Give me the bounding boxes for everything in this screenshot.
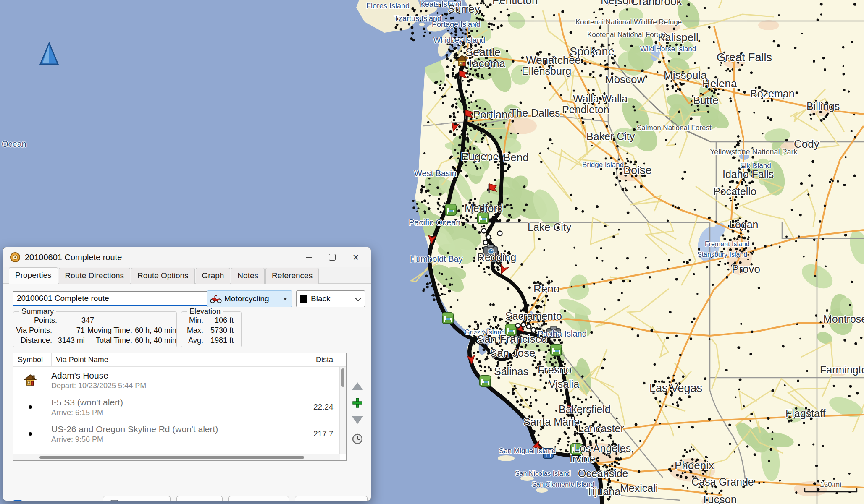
list-header[interactable]: Symbol Via Point Name Dista: [13, 353, 346, 367]
map-label: Kootenai National Wildlife Refuge: [575, 18, 682, 26]
map-label: Ocean: [2, 139, 26, 149]
map-label: Logan: [729, 219, 759, 230]
map-label: Portage Island: [432, 20, 481, 29]
via-point-name: I-5 S3 (won't alert): [51, 397, 313, 407]
center-map-option[interactable]: ✓ Center Map: [13, 499, 81, 501]
map-label: Sacramento: [505, 310, 562, 322]
column-distance[interactable]: Dista: [313, 355, 346, 364]
elev-min-label: Min:: [181, 315, 203, 325]
lodging-waypoint-icon[interactable]: [478, 213, 488, 224]
color-swatch: [300, 295, 307, 303]
map-label: Salinas: [494, 366, 528, 377]
chevron-down-icon: [355, 295, 362, 301]
color-combobox[interactable]: Black: [296, 290, 365, 307]
via-point-circle: [527, 324, 531, 329]
tab-notes[interactable]: Notes: [231, 268, 265, 284]
map-label: Boise: [623, 164, 652, 177]
via-point-row[interactable]: Adam's HouseDepart: 10/23/2025 5:44 PM: [13, 367, 346, 394]
map-label: Reno: [533, 282, 559, 295]
distance-label: Distance:: [13, 335, 52, 345]
map-label: Pendleton: [562, 104, 609, 115]
total-time-label: Total Time:: [85, 335, 132, 345]
via-point-circle: [531, 328, 536, 332]
map-label: Pacific Ocean: [409, 218, 460, 227]
minimize-button[interactable]: [297, 249, 320, 266]
map-label: Bend: [503, 151, 529, 164]
map-label: Eugene: [461, 150, 499, 163]
motorcycle-icon: [210, 294, 222, 303]
column-symbol[interactable]: Symbol: [13, 353, 52, 366]
map-label: Bozeman: [750, 88, 795, 99]
map-label: Cranbrook: [631, 0, 682, 8]
tab-graph[interactable]: Graph: [196, 268, 231, 284]
map-label: Lancaster: [578, 423, 624, 434]
scale-label: 150 mi: [820, 480, 841, 488]
map-label: Walla Walla: [573, 93, 628, 104]
tab-route-directions[interactable]: Route Directions: [59, 268, 130, 284]
map-label: Lake City: [528, 221, 572, 233]
map-label: Farmington: [820, 364, 864, 376]
summary-groupbox: Summary Points: 347 Via Points: 71 Movin…: [13, 311, 177, 347]
map-label: Butte: [693, 94, 719, 107]
via-point-circle: [521, 323, 526, 327]
dot-icon: [13, 405, 47, 409]
map-label: Tacoma: [467, 57, 506, 70]
route-properties-dialog: 20100601 Complete route ✕ PropertiesRout…: [3, 247, 371, 501]
map-label: San Miguel Island: [499, 447, 556, 455]
map-label: Santa Maria: [523, 416, 580, 428]
via-point-row[interactable]: US-26 and Oregon Skyline Rd (won't alert…: [13, 420, 346, 447]
map-label: San Nicolas Island: [515, 470, 571, 477]
map-label: Las Vegas: [649, 382, 702, 394]
activity-combobox[interactable]: Motorcycling: [207, 290, 292, 307]
map-label: Humboldt Bay: [410, 254, 463, 264]
map-label: Mexicali: [620, 482, 658, 494]
map-label: Flagstaff: [785, 407, 825, 419]
via-point-time: Arrive: 6:15 PM: [51, 408, 313, 417]
column-via-point-name[interactable]: Via Point Name: [52, 353, 313, 366]
lodging-waypoint-icon[interactable]: [442, 313, 453, 324]
list-body[interactable]: Adam's HouseDepart: 10/23/2025 5:44 PMI-…: [13, 367, 346, 461]
dialog-titlebar[interactable]: 20100601 Complete route ✕: [3, 247, 371, 267]
vertical-scrollbar[interactable]: [339, 367, 346, 454]
elev-max-value: 5730 ft: [203, 325, 234, 335]
via-point-row[interactable]: I-5 S3 (won't alert)Arrive: 6:15 PM22.24: [13, 394, 346, 420]
elevation-title: Elevation: [187, 307, 223, 316]
close-button[interactable]: ✕: [344, 249, 368, 266]
map-label: Moscow: [605, 73, 645, 86]
total-time-value: 60 h, 40 min: [132, 335, 176, 345]
app-window: Flores IslandTzartus IslandKeats IslandS…: [0, 0, 864, 504]
tab-references[interactable]: References: [265, 268, 319, 284]
map-label: Wild Horse Island: [640, 45, 696, 53]
color-value: Black: [311, 294, 330, 303]
move-up-button[interactable]: [349, 379, 366, 394]
create-track-button[interactable]: Create Track: [295, 496, 368, 501]
lodging-waypoint-icon[interactable]: [551, 345, 562, 355]
time-button[interactable]: [349, 431, 366, 447]
map-label: Great Falls: [717, 51, 772, 64]
maximize-button[interactable]: [320, 249, 344, 266]
move-down-button[interactable]: [349, 412, 366, 427]
map-label: Kootenai National Forest: [587, 31, 666, 39]
recalculate-button[interactable]: Recalculate: [103, 496, 171, 501]
center-map-checkbox[interactable]: ✓: [13, 500, 22, 501]
tab-route-options[interactable]: Route Options: [131, 268, 194, 284]
tab-properties[interactable]: Properties: [9, 267, 58, 284]
map-label: Stansbury Island: [697, 251, 747, 258]
map-label: The Dalles: [510, 107, 560, 119]
map-label: Flores Island: [366, 2, 410, 10]
via-points-label: Via Points:: [13, 325, 52, 335]
insert-point-button[interactable]: [349, 395, 366, 410]
horizontal-scrollbar[interactable]: [13, 454, 340, 460]
optimize-button[interactable]: Optimize: [176, 496, 223, 501]
route-name-input[interactable]: [13, 291, 210, 306]
map-label: Baker City: [586, 131, 635, 142]
map-label: San Francisco: [477, 333, 547, 345]
calc-icon: [110, 500, 118, 501]
via-point-list[interactable]: Symbol Via Point Name Dista Adam's House…: [13, 353, 347, 461]
lodging-waypoint-icon[interactable]: [445, 204, 456, 215]
elev-avg-value: 1981 ft: [203, 335, 234, 345]
map-label: San Clemente Island: [532, 481, 594, 488]
lodging-waypoint-icon[interactable]: [480, 376, 491, 386]
map-label: Medford: [465, 202, 503, 214]
invert-button[interactable]: Invert: [228, 496, 289, 501]
